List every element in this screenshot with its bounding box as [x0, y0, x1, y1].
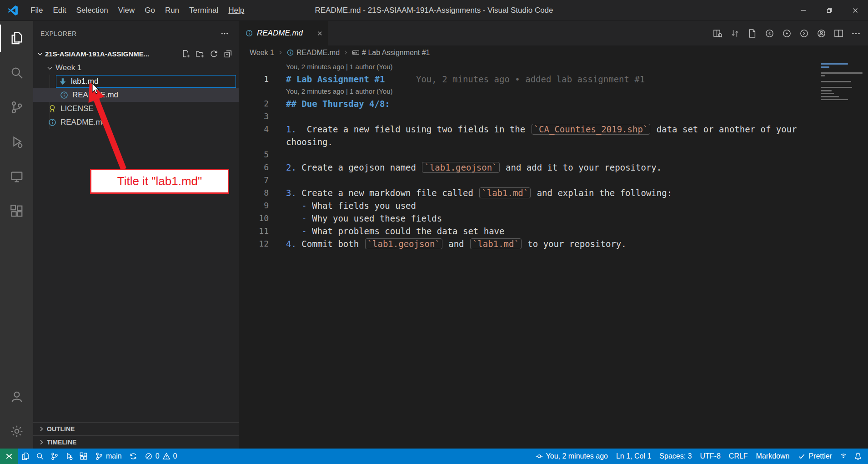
line-number: 6	[239, 161, 269, 174]
line-content[interactable]: 1. Create a new field using two fields i…	[286, 123, 797, 136]
statusbar-extensions-shortcut[interactable]	[76, 449, 91, 464]
menu-selection[interactable]: Selection	[71, 0, 113, 20]
sync-status[interactable]	[126, 449, 140, 464]
broadcast-icon[interactable]	[836, 449, 851, 464]
menu-help[interactable]: Help	[223, 0, 249, 20]
blame-status[interactable]: You, 2 minutes ago	[531, 449, 612, 464]
tree-item-week1[interactable]: Week 1	[33, 61, 239, 75]
minimap-line	[821, 87, 852, 88]
tree-item-readme-week1[interactable]: README.md	[33, 88, 239, 102]
revision-icon[interactable]	[782, 29, 792, 38]
breadcrumb-symbol[interactable]: # Lab Assignment #1	[352, 49, 430, 57]
breadcrumb-file[interactable]: README.md	[286, 49, 340, 57]
notifications-bell-icon[interactable]	[851, 449, 865, 464]
close-button[interactable]	[842, 0, 868, 20]
menu-run[interactable]: Run	[160, 0, 184, 20]
activity-extensions[interactable]	[0, 194, 33, 228]
code-segment-code: `lab1.geojson`	[365, 238, 442, 249]
minimap-line	[821, 90, 832, 91]
outline-panel-header[interactable]: OUTLINE	[33, 422, 239, 435]
menu-terminal[interactable]: Terminal	[184, 0, 223, 20]
activity-settings[interactable]	[0, 414, 33, 449]
new-file-icon[interactable]	[181, 50, 190, 58]
more-actions-icon[interactable]	[851, 29, 861, 38]
line-content[interactable]: - What fields you used	[286, 199, 416, 212]
tab-label: README.md	[257, 29, 303, 38]
prev-revision-icon[interactable]	[765, 29, 774, 38]
line-content[interactable]: 4. Commit both `lab1.geojson` and `lab1.…	[286, 237, 627, 250]
tab-readme[interactable]: README.md	[239, 21, 328, 45]
formatter-status[interactable]: Prettier	[793, 449, 836, 464]
language-status[interactable]: Markdown	[752, 449, 794, 464]
line-number: 8	[239, 187, 269, 199]
chevron-right-icon	[38, 425, 45, 433]
gitlens-icon[interactable]	[817, 29, 826, 38]
next-revision-icon[interactable]	[799, 29, 809, 38]
activity-search[interactable]	[0, 55, 33, 90]
line-content[interactable]: You, 2 minutes ago | 1 author (You)	[286, 86, 393, 97]
minimize-button[interactable]	[790, 0, 816, 20]
problems-status[interactable]: 0 0	[140, 449, 181, 464]
statusbar-debug-shortcut[interactable]	[62, 449, 76, 464]
timeline-panel-header[interactable]: TIMELINE	[33, 435, 239, 449]
line-content[interactable]: - Why you used these fields	[286, 212, 442, 225]
minimap-line	[821, 96, 839, 97]
line-content[interactable]: 3. Create a new markdown file called `la…	[286, 187, 672, 199]
menu-go[interactable]: Go	[140, 0, 160, 20]
code-line: 7	[239, 174, 868, 187]
remote-indicator[interactable]	[0, 449, 18, 464]
code-segment-list: 4.	[286, 239, 296, 249]
more-actions-icon[interactable]	[221, 30, 229, 38]
rename-input[interactable]	[71, 77, 236, 86]
tree-item-license[interactable]: LICENSE	[33, 102, 239, 116]
editor-pane[interactable]: You, 2 minutes ago | 1 author (You)1# La…	[239, 60, 868, 449]
code-segment-blame: You, 2 minutes ago • added lab assignmen…	[416, 74, 645, 84]
new-folder-icon[interactable]	[196, 50, 204, 58]
branch-status[interactable]: main	[91, 449, 126, 464]
code-segment-text: data set or another of your	[651, 124, 797, 134]
code-segment-list: 2.	[286, 162, 296, 172]
encoding-status[interactable]: UTF-8	[696, 449, 725, 464]
menu-file[interactable]: File	[25, 0, 48, 20]
breadcrumb-folder[interactable]: Week 1	[250, 49, 274, 57]
info-icon	[245, 29, 253, 37]
tree-item-readme-root[interactable]: README.md	[33, 116, 239, 129]
statusbar-scm-shortcut[interactable]	[47, 449, 62, 464]
line-number	[239, 86, 269, 97]
line-content[interactable]: - What problems could the data set have	[286, 225, 504, 237]
minimap[interactable]	[817, 60, 868, 449]
file-label: README.md	[60, 118, 106, 127]
refresh-icon[interactable]	[210, 50, 218, 58]
split-editor-icon[interactable]	[834, 29, 843, 38]
project-section-header[interactable]: 21S-ASIAAM-191A-ASSIGNME...	[33, 46, 239, 61]
line-content[interactable]: choosing.	[286, 136, 333, 148]
code-segment-code: `lab1.md`	[470, 238, 522, 249]
code-segment-heading: ## Due Thursday 4/8:	[286, 99, 390, 109]
activity-run-debug[interactable]	[0, 125, 33, 159]
line-content[interactable]: ## Due Thursday 4/8:	[286, 97, 390, 110]
line-number: 7	[239, 174, 269, 187]
menu-edit[interactable]: Edit	[48, 0, 71, 20]
activity-explorer[interactable]	[0, 21, 33, 55]
line-content[interactable]: You, 2 minutes ago | 1 author (You)	[286, 61, 393, 73]
activity-source-control[interactable]	[0, 90, 33, 125]
sidebar-title-row: EXPLORER	[33, 21, 239, 46]
compare-changes-icon[interactable]	[730, 29, 740, 38]
close-tab-icon[interactable]	[316, 30, 323, 37]
collapse-all-icon[interactable]	[224, 50, 232, 58]
open-changes-icon[interactable]	[748, 29, 757, 38]
code-segment-list: -	[301, 201, 306, 211]
indentation-status[interactable]: Spaces: 3	[655, 449, 696, 464]
activity-remote-explorer[interactable]	[0, 159, 33, 194]
line-content[interactable]: # Lab Assignment #1You, 2 minutes ago • …	[286, 73, 645, 86]
statusbar-files-shortcut[interactable]	[18, 449, 33, 464]
menu-view[interactable]: View	[113, 0, 140, 20]
restore-button[interactable]	[816, 0, 842, 20]
eol-status[interactable]: CRLF	[725, 449, 752, 464]
cursor-position-status[interactable]: Ln 1, Col 1	[612, 449, 655, 464]
open-preview-side-icon[interactable]	[713, 29, 722, 38]
line-content[interactable]: 2. Create a geojson named `lab1.geojson`…	[286, 161, 662, 174]
activity-account[interactable]	[0, 379, 33, 414]
statusbar-search-shortcut[interactable]	[33, 449, 47, 464]
info-icon	[48, 118, 57, 127]
